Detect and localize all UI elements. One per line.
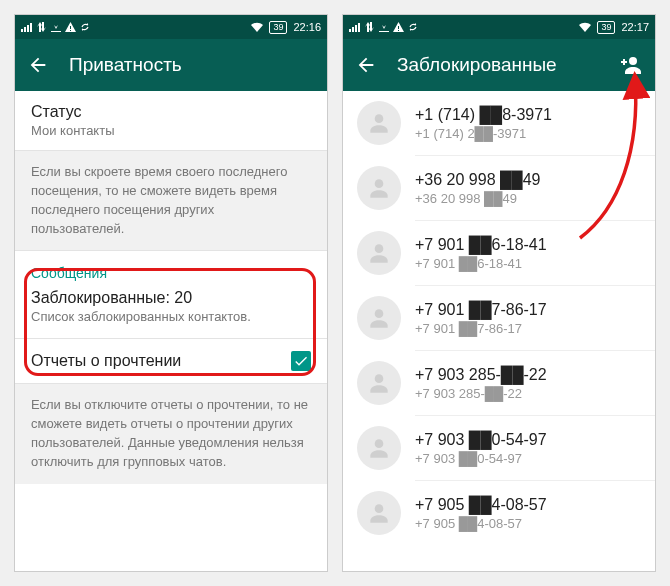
avatar-icon bbox=[357, 361, 401, 405]
read-receipts-note: Если вы отключите отчеты о прочтении, то… bbox=[15, 384, 327, 483]
contact-primary: +7 905 ██4-08-57 bbox=[415, 496, 547, 514]
avatar-icon bbox=[357, 426, 401, 470]
avatar-icon bbox=[357, 166, 401, 210]
svg-rect-4 bbox=[349, 29, 351, 32]
appbar-privacy: Приватность bbox=[15, 39, 327, 91]
blocked-contacts-list: +1 (714) ██8-3971+1 (714) 2██-3971+36 20… bbox=[343, 91, 655, 571]
row-status-title: Статус bbox=[31, 103, 311, 121]
signal-icon bbox=[21, 22, 33, 32]
clock: 22:17 bbox=[621, 21, 649, 33]
page-title: Приватность bbox=[69, 54, 182, 76]
page-title: Заблокированные bbox=[397, 54, 557, 76]
contact-row[interactable]: +36 20 998 ██49+36 20 998 ██49 bbox=[343, 156, 655, 220]
svg-point-8 bbox=[629, 57, 637, 65]
contact-primary: +1 (714) ██8-3971 bbox=[415, 106, 552, 124]
back-icon[interactable] bbox=[355, 54, 377, 76]
row-read-receipts-title: Отчеты о прочтении bbox=[31, 352, 291, 370]
svg-point-15 bbox=[375, 374, 384, 383]
svg-point-11 bbox=[375, 114, 384, 123]
svg-rect-1 bbox=[24, 27, 26, 32]
add-person-icon[interactable] bbox=[619, 53, 643, 77]
row-status[interactable]: Статус Мои контакты bbox=[15, 91, 327, 150]
svg-rect-3 bbox=[30, 23, 32, 32]
svg-point-16 bbox=[375, 439, 384, 448]
row-blocked-sub: Список заблокированных контактов. bbox=[31, 309, 311, 324]
contact-primary: +36 20 998 ██49 bbox=[415, 171, 540, 189]
avatar-icon bbox=[357, 101, 401, 145]
contact-primary: +7 901 ██7-86-17 bbox=[415, 301, 547, 319]
contact-secondary: +1 (714) 2██-3971 bbox=[415, 126, 552, 141]
wifi-icon bbox=[579, 22, 591, 32]
row-blocked-title: Заблокированные: 20 bbox=[31, 289, 311, 307]
last-seen-note: Если вы скроете время своего последнего … bbox=[15, 151, 327, 250]
contact-secondary: +7 901 ██6-18-41 bbox=[415, 256, 547, 271]
sync-icon bbox=[80, 22, 90, 32]
row-status-sub: Мои контакты bbox=[31, 123, 311, 138]
contact-secondary: +7 905 ██4-08-57 bbox=[415, 516, 547, 531]
contact-secondary: +7 903 285-██-22 bbox=[415, 386, 547, 401]
svg-rect-5 bbox=[352, 27, 354, 32]
svg-rect-2 bbox=[27, 25, 29, 32]
svg-rect-10 bbox=[623, 59, 625, 65]
signal-icon bbox=[349, 22, 361, 32]
back-icon[interactable] bbox=[27, 54, 49, 76]
phone-blocked: 39 22:17 Заблокированные +1 (714) ██8-39… bbox=[342, 14, 656, 572]
contact-secondary: +36 20 998 ██49 bbox=[415, 191, 540, 206]
contact-row[interactable]: +7 905 ██4-08-57+7 905 ██4-08-57 bbox=[343, 481, 655, 545]
contact-primary: +7 901 ██6-18-41 bbox=[415, 236, 547, 254]
svg-rect-7 bbox=[358, 23, 360, 32]
warning-icon bbox=[393, 22, 404, 32]
contact-row[interactable]: +7 901 ██7-86-17+7 901 ██7-86-17 bbox=[343, 286, 655, 350]
privacy-content: Статус Мои контакты Если вы скроете врем… bbox=[15, 91, 327, 571]
svg-point-13 bbox=[375, 244, 384, 253]
contact-row[interactable]: +1 (714) ██8-3971+1 (714) 2██-3971 bbox=[343, 91, 655, 155]
svg-point-17 bbox=[375, 504, 384, 513]
sync-icon bbox=[408, 22, 418, 32]
contact-primary: +7 903 ██0-54-97 bbox=[415, 431, 547, 449]
download-icon bbox=[379, 22, 389, 32]
statusbar: 39 22:16 bbox=[15, 15, 327, 39]
mobile-data-icon bbox=[37, 22, 47, 32]
row-read-receipts[interactable]: Отчеты о прочтении bbox=[15, 339, 327, 383]
contact-primary: +7 903 285-██-22 bbox=[415, 366, 547, 384]
row-blocked[interactable]: Сообщения Заблокированные: 20 Список заб… bbox=[15, 251, 327, 338]
svg-point-14 bbox=[375, 309, 384, 318]
svg-point-12 bbox=[375, 179, 384, 188]
battery-indicator: 39 bbox=[597, 21, 615, 34]
mobile-data-icon bbox=[365, 22, 375, 32]
appbar-blocked: Заблокированные bbox=[343, 39, 655, 91]
contact-secondary: +7 901 ██7-86-17 bbox=[415, 321, 547, 336]
category-messages: Сообщения bbox=[31, 265, 311, 281]
svg-rect-0 bbox=[21, 29, 23, 32]
checkbox-checked-icon[interactable] bbox=[291, 351, 311, 371]
wifi-icon bbox=[251, 22, 263, 32]
battery-indicator: 39 bbox=[269, 21, 287, 34]
svg-rect-6 bbox=[355, 25, 357, 32]
statusbar: 39 22:17 bbox=[343, 15, 655, 39]
warning-icon bbox=[65, 22, 76, 32]
clock: 22:16 bbox=[293, 21, 321, 33]
contact-row[interactable]: +7 903 285-██-22+7 903 285-██-22 bbox=[343, 351, 655, 415]
avatar-icon bbox=[357, 231, 401, 275]
contact-row[interactable]: +7 901 ██6-18-41+7 901 ██6-18-41 bbox=[343, 221, 655, 285]
phone-privacy: 39 22:16 Приватность Статус Мои контакты… bbox=[14, 14, 328, 572]
avatar-icon bbox=[357, 296, 401, 340]
contact-row[interactable]: +7 903 ██0-54-97+7 903 ██0-54-97 bbox=[343, 416, 655, 480]
download-icon bbox=[51, 22, 61, 32]
avatar-icon bbox=[357, 491, 401, 535]
contact-secondary: +7 903 ██0-54-97 bbox=[415, 451, 547, 466]
